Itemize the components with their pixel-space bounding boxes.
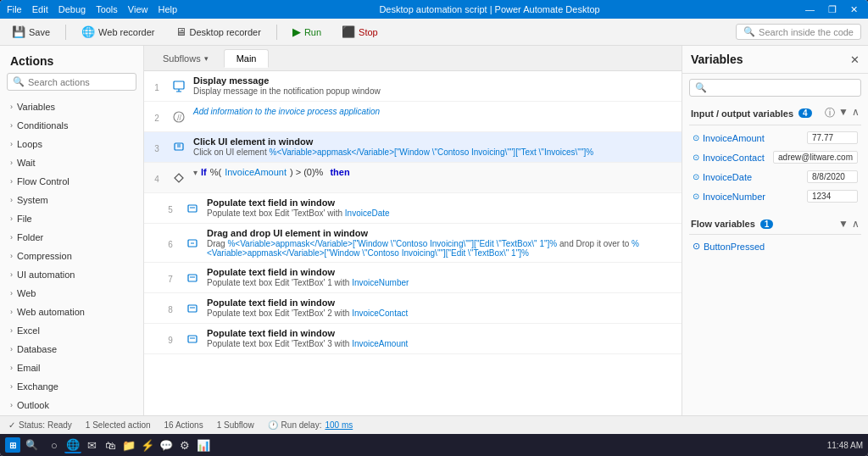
taskbar-icon-folder[interactable]: 📁 xyxy=(120,437,137,453)
action-title-9: Populate text field in window xyxy=(207,328,676,338)
chevron-icon: › xyxy=(10,326,13,335)
taskbar: ⊞ 🔍 ○ 🌐 ✉ 🛍 📁 ⚡ 💬 ⚙ 📊 11:48 AM xyxy=(0,434,868,456)
menu-debug[interactable]: Debug xyxy=(58,4,86,14)
action-desc-1: Display message in the notification popu… xyxy=(193,86,676,96)
stop-button[interactable]: ⬛ Stop xyxy=(337,23,383,41)
action-row-1[interactable]: 1 Display message Display message in the… xyxy=(144,71,682,102)
run-button[interactable]: ▶ Run xyxy=(287,23,326,41)
desktop-recorder-button[interactable]: 🖥 Desktop recorder xyxy=(170,23,266,41)
menu-file[interactable]: File xyxy=(7,4,22,14)
action-title-7: Populate text field in window xyxy=(207,267,676,277)
action-number-2: 2 xyxy=(144,102,170,131)
sidebar-search-box[interactable]: 🔍 xyxy=(7,73,136,91)
taskbar-icon-cortana[interactable]: ○ xyxy=(46,437,63,453)
collapse-icon[interactable]: ▾ xyxy=(193,168,198,177)
close-button[interactable]: ✕ xyxy=(847,4,861,15)
action-content-7: Populate text field in window Populate t… xyxy=(202,263,682,292)
sidebar-item-web-automation[interactable]: › Web automation xyxy=(0,303,143,321)
variables-close-button[interactable]: ✕ xyxy=(850,53,860,66)
action-row-4[interactable]: 4 ▾ If %( InvoiceAmount ) > (0)% then xyxy=(144,163,682,193)
sidebar-item-loops[interactable]: › Loops xyxy=(0,135,143,153)
sidebar-item-folder[interactable]: › Folder xyxy=(0,228,143,247)
add-variable-button[interactable]: ⓘ xyxy=(825,106,835,120)
svg-text://: // xyxy=(177,114,182,122)
action-row-3[interactable]: 3 Click UI element in window Click on UI… xyxy=(144,132,682,163)
var-search-input[interactable] xyxy=(710,83,855,93)
minimize-button[interactable]: — xyxy=(802,4,818,15)
var-item-invoice-contact[interactable]: ⊙ InvoiceContact adrew@litware.com xyxy=(689,148,861,166)
sidebar-item-ui-automation[interactable]: › UI automation xyxy=(0,265,143,284)
sidebar-title: Actions xyxy=(0,46,143,73)
action-number-9: 9 xyxy=(158,324,183,353)
input-output-section-actions[interactable]: ⓘ ▼ ∧ xyxy=(825,106,860,120)
action-row-8[interactable]: 8 Populate text field in window Populate… xyxy=(144,293,682,324)
taskbar-icon-browser[interactable]: 🌐 xyxy=(64,437,81,453)
variables-search-box[interactable]: 🔍 xyxy=(689,79,861,97)
save-button[interactable]: 💾 Save xyxy=(7,23,55,41)
sidebar-item-variables[interactable]: › Variables xyxy=(0,97,143,116)
chevron-icon: › xyxy=(10,252,13,260)
sidebar-item-wait[interactable]: › Wait xyxy=(0,153,143,172)
menu-help[interactable]: Help xyxy=(158,4,177,14)
menu-tools[interactable]: Tools xyxy=(96,4,118,14)
taskbar-icon-mail[interactable]: ✉ xyxy=(83,437,100,453)
toolbar-separator-2 xyxy=(276,25,277,40)
action-content-2: Add information to the invoice process a… xyxy=(188,102,682,131)
delay-value-link[interactable]: 100 ms xyxy=(325,420,353,430)
action-icon-display xyxy=(170,71,188,101)
action-row-9[interactable]: 9 Populate text field in window Populate… xyxy=(144,324,682,354)
action-title-6: Drag and drop UI element in window xyxy=(207,228,676,238)
sidebar-item-conditionals[interactable]: › Conditionals xyxy=(0,116,143,135)
action-row-7[interactable]: 7 Populate text field in window Populate… xyxy=(144,263,682,293)
actions-sidebar: Actions 🔍 › Variables › Conditionals › L… xyxy=(0,46,144,415)
sidebar-item-web[interactable]: › Web xyxy=(0,284,143,303)
run-icon: ▶ xyxy=(292,25,301,38)
action-row-2[interactable]: 2 // Add information to the invoice proc… xyxy=(144,102,682,132)
flow-vars-section-actions[interactable]: ▼ ∧ xyxy=(838,218,860,230)
taskbar-icon-store[interactable]: 🛍 xyxy=(102,437,119,453)
flow-var-button-pressed[interactable]: ⊙ ButtonPressed xyxy=(689,238,861,254)
sidebar-item-file[interactable]: › File xyxy=(0,209,143,228)
svg-rect-15 xyxy=(188,305,197,312)
filter-variables-button[interactable]: ▼ xyxy=(838,106,849,120)
action-content-1: Display message Display message in the n… xyxy=(188,71,682,101)
var-item-invoice-amount[interactable]: ⊙ InvoiceAmount 77.77 xyxy=(689,129,861,147)
var-item-invoice-date[interactable]: ⊙ InvoiceDate 8/8/2020 xyxy=(689,168,861,186)
sidebar-search-input[interactable] xyxy=(28,77,131,87)
taskbar-icon-settings[interactable]: ⚙ xyxy=(176,437,193,453)
maximize-button[interactable]: ❐ xyxy=(825,4,840,15)
sidebar-item-exchange[interactable]: › Exchange xyxy=(0,377,143,396)
sidebar-item-email[interactable]: › Email xyxy=(0,359,143,377)
tab-subflows[interactable]: Subflows ▾ xyxy=(151,50,220,67)
action-number-7: 7 xyxy=(158,263,183,292)
taskbar-icon-other[interactable]: 📊 xyxy=(195,437,212,453)
start-button[interactable]: ⊞ xyxy=(5,437,20,453)
web-recorder-button[interactable]: 🌐 Web recorder xyxy=(76,23,159,41)
taskbar-search-button[interactable]: 🔍 xyxy=(24,437,39,453)
sidebar-item-database[interactable]: › Database xyxy=(0,340,143,359)
action-row-5[interactable]: 5 Populate text field in window Populate… xyxy=(144,193,682,224)
collapse-section-button[interactable]: ∧ xyxy=(852,106,860,120)
taskbar-icon-teams[interactable]: 💬 xyxy=(158,437,175,453)
code-search[interactable]: 🔍 Search inside the code xyxy=(736,24,861,40)
sidebar-item-compression[interactable]: › Compression xyxy=(0,247,143,265)
tab-main[interactable]: Main xyxy=(224,49,270,68)
var-value-invoice-contact: adrew@litware.com xyxy=(773,151,858,164)
menu-edit[interactable]: Edit xyxy=(32,4,48,14)
sidebar-item-excel[interactable]: › Excel xyxy=(0,321,143,340)
chevron-icon: › xyxy=(10,308,13,316)
sidebar-item-outlook[interactable]: › Outlook xyxy=(0,396,143,414)
menu-bar[interactable]: File Edit Debug Tools View Help xyxy=(7,4,177,14)
taskbar-icon-automate[interactable]: ⚡ xyxy=(139,437,156,453)
var-item-invoice-number[interactable]: ⊙ InvoiceNumber 1234 xyxy=(689,187,861,205)
action-row-6[interactable]: 6 Drag and drop UI element in window Dra… xyxy=(144,224,682,263)
menu-view[interactable]: View xyxy=(128,4,148,14)
filter-flow-vars-button[interactable]: ▼ xyxy=(838,218,849,230)
sidebar-item-system[interactable]: › System xyxy=(0,191,143,209)
stop-icon: ⬛ xyxy=(342,25,355,38)
action-desc-7: Populate text box Edit 'TextBox' 1 with … xyxy=(207,278,676,287)
window-controls[interactable]: — ❐ ✕ xyxy=(802,4,861,15)
sidebar-item-flow-control[interactable]: › Flow Control xyxy=(0,172,143,191)
collapse-flow-vars-button[interactable]: ∧ xyxy=(852,218,860,230)
svg-rect-13 xyxy=(188,275,197,281)
